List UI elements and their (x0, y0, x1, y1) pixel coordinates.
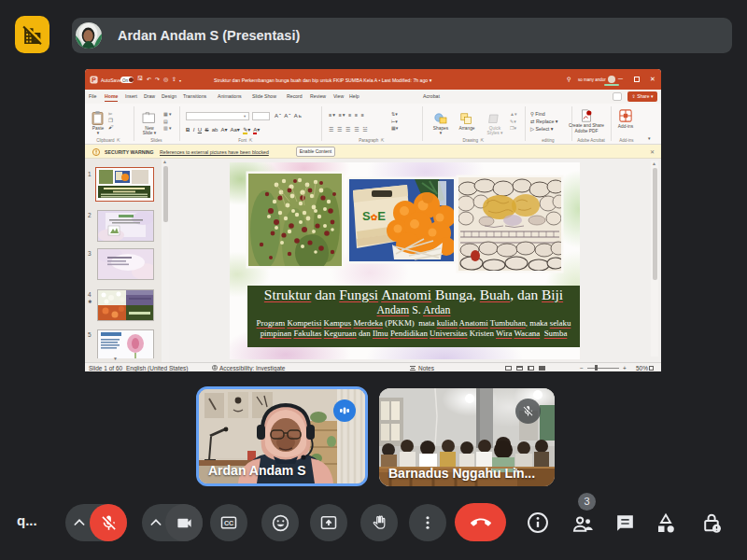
svg-text:P: P (92, 76, 96, 84)
svg-text:CC: CC (224, 520, 233, 527)
